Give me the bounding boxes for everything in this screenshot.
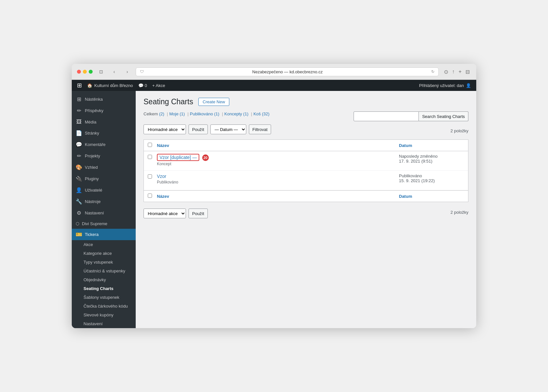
logged-in-label: Přihlášený uživatel: dan: [419, 83, 464, 88]
traffic-lights: [77, 70, 93, 74]
close-button[interactable]: [77, 70, 81, 74]
sidebar-item-komentare[interactable]: 💬 Komentáře: [72, 139, 136, 150]
sidebar-item-divi-supreme[interactable]: ⬡ Divi Supreme: [72, 219, 136, 229]
search-input[interactable]: [354, 111, 419, 121]
minimize-button[interactable]: [83, 70, 87, 74]
submenu-label: Čtečka čárkového kódu: [84, 304, 128, 309]
sidebar-item-pluginy[interactable]: 🔌 Pluginy: [72, 173, 136, 184]
wp-logo-icon[interactable]: ⊞: [77, 82, 82, 89]
maximize-button[interactable]: [89, 70, 93, 74]
address-bar[interactable]: 🛡 Nezabezpečeno — kd.obecbrezno.cz ↻: [136, 67, 439, 76]
extensions-icon[interactable]: ⊟: [464, 67, 471, 76]
sidebar-item-stranky[interactable]: 📄 Stránky: [72, 127, 136, 139]
row-name-1: Vzor [duplicate] — 20 Koncept: [157, 154, 399, 166]
comments-icon: 💬: [76, 141, 82, 148]
sidebar-item-nastroje[interactable]: 🔧 Nástroje: [72, 196, 136, 207]
tab-view-button[interactable]: ⊡: [97, 67, 106, 76]
sidebar-item-label: Projekty: [85, 153, 100, 158]
row-checkbox-1[interactable]: [148, 154, 157, 160]
back-button[interactable]: ‹: [110, 67, 119, 76]
new-tab-icon[interactable]: +: [457, 67, 463, 76]
comments-badge[interactable]: 💬 0: [138, 83, 147, 88]
main-content: Seating Charts Create New Search Seating…: [136, 91, 476, 328]
col-header-date[interactable]: Datum: [399, 143, 464, 148]
data-table: Název Datum Vzor [duplicate] —: [144, 139, 468, 202]
site-name[interactable]: 🏠 Kulturní dům Březno: [87, 83, 133, 88]
plugins-icon: 🔌: [76, 176, 82, 182]
sidebar-item-media[interactable]: 🖼 Média: [72, 116, 136, 127]
row-select-1[interactable]: [148, 155, 152, 159]
filter-bar: Celkem (2) | Moje (1) | Publikováno (1) …: [144, 111, 354, 116]
logged-in-user[interactable]: Přihlášený uživatel: dan 👤: [419, 83, 471, 88]
page-title: Seating Charts: [144, 97, 193, 106]
submenu-item-kategorie[interactable]: Kategorie akce: [72, 249, 136, 258]
submenu-item-typy[interactable]: Typy vstupenek: [72, 258, 136, 267]
forward-button[interactable]: ›: [123, 67, 132, 76]
col-footer-date[interactable]: Datum: [399, 194, 464, 199]
submenu-item-sablony[interactable]: Šablony vstupenek: [72, 293, 136, 302]
bulk-actions-select[interactable]: Hromadné akce: [144, 124, 186, 134]
comments-count: 0: [145, 83, 147, 88]
col-footer-name[interactable]: Název: [157, 194, 399, 199]
item-name-link-1[interactable]: Vzor [duplicate] —: [160, 155, 197, 160]
user-avatar-icon: 👤: [466, 83, 471, 88]
download-icon[interactable]: ⊙: [443, 67, 449, 76]
submenu-item-seating-charts[interactable]: Seating Charts: [72, 284, 136, 293]
sidebar-item-tickera[interactable]: 🎫 Tickera: [72, 229, 136, 240]
media-icon: 🖼: [76, 119, 82, 125]
tickera-label: Tickera: [85, 232, 99, 237]
bulk-actions-select-bottom[interactable]: Hromadné akce: [144, 209, 186, 218]
col-header-name[interactable]: Název: [157, 143, 399, 148]
submenu-item-objednavky[interactable]: Objednávky: [72, 275, 136, 284]
browser-window: ⊡ ‹ › 🛡 Nezabezpečeno — kd.obecbrezno.cz…: [72, 64, 476, 328]
select-all-checkbox-bottom[interactable]: [148, 194, 152, 198]
site-name-text: Kulturní dům Březno: [94, 83, 133, 88]
sidebar-item-projekty[interactable]: ✏ Projekty: [72, 150, 136, 162]
items-count-top: 2 položky: [450, 128, 468, 133]
moje-link[interactable]: Moje (1): [169, 111, 186, 116]
item-name-link-2[interactable]: Vzor: [157, 174, 166, 179]
submenu-item-ucastnici[interactable]: Účastníci & vstupenky: [72, 267, 136, 275]
sidebar-item-nastaveni[interactable]: ⚙ Nastavení: [72, 207, 136, 219]
submenu-label: Slevové kupóny: [84, 312, 114, 317]
sidebar-item-prispevky[interactable]: ✏ Příspěvky: [72, 105, 136, 116]
apply-button-bottom[interactable]: Použít: [189, 209, 208, 218]
sidebar-item-vzhled[interactable]: 🎨 Vzhled: [72, 162, 136, 173]
row-checkbox-2[interactable]: [148, 173, 157, 180]
share-icon[interactable]: ↑: [451, 67, 456, 76]
sidebar-menu: ⊞ Nástěnka ✏ Příspěvky 🖼 Média 📄 Stránky…: [72, 91, 136, 328]
sidebar-item-nastena[interactable]: ⊞ Nástěnka: [72, 94, 136, 105]
table-row: Vzor Publikováno Publikováno 15. 9. 2021…: [144, 171, 468, 190]
pub-count: (1): [214, 111, 220, 116]
filter-button[interactable]: Filtrovat: [249, 124, 271, 134]
date-filter-select[interactable]: — Datum —: [210, 124, 246, 134]
refresh-icon[interactable]: ↻: [431, 69, 434, 74]
apply-button-top[interactable]: Použít: [189, 124, 208, 134]
table-row: Vzor [duplicate] — 20 Koncept Naposledy …: [144, 151, 468, 171]
row-select-2[interactable]: [148, 174, 152, 179]
submenu-item-ctecka[interactable]: Čtečka čárkového kódu: [72, 302, 136, 311]
submenu-label: Typy vstupenek: [84, 260, 113, 265]
date-value-2: 15. 9. 2021 (19:22): [399, 178, 464, 183]
create-new-button[interactable]: Create New: [198, 98, 229, 106]
kos-link[interactable]: Koš (32): [253, 111, 271, 116]
submenu-item-nastaveni-t[interactable]: Nastavení: [72, 319, 136, 328]
search-button[interactable]: Search Seating Charts: [419, 111, 468, 121]
home-icon: 🏠: [87, 83, 92, 88]
submenu-label: Akce: [84, 242, 93, 247]
date-label-2: Publikováno: [399, 173, 464, 178]
submenu-item-akce[interactable]: Akce: [72, 240, 136, 249]
divi-supreme-label: Divi Supreme: [82, 221, 107, 226]
browser-chrome: ⊡ ‹ › 🛡 Nezabezpečeno — kd.obecbrezno.cz…: [72, 64, 476, 80]
koncepty-link[interactable]: Koncepty (1): [224, 111, 250, 116]
sidebar: ⊞ Nástěnka ✏ Příspěvky 🖼 Média 📄 Stránky…: [72, 91, 136, 328]
submenu-label: Seating Charts: [84, 286, 114, 291]
sidebar-item-uzivatele[interactable]: 👤 Uživatelé: [72, 184, 136, 196]
celkem-link[interactable]: (2): [159, 111, 164, 116]
publikovano-link[interactable]: Publikováno (1): [190, 111, 221, 116]
submenu-item-slevove[interactable]: Slevové kupóny: [72, 311, 136, 319]
add-new-link[interactable]: + Akce: [152, 83, 165, 88]
select-all-checkbox-top[interactable]: [148, 143, 152, 147]
settings-icon: ⚙: [76, 210, 82, 216]
submenu-label: Šablony vstupenek: [84, 295, 119, 300]
